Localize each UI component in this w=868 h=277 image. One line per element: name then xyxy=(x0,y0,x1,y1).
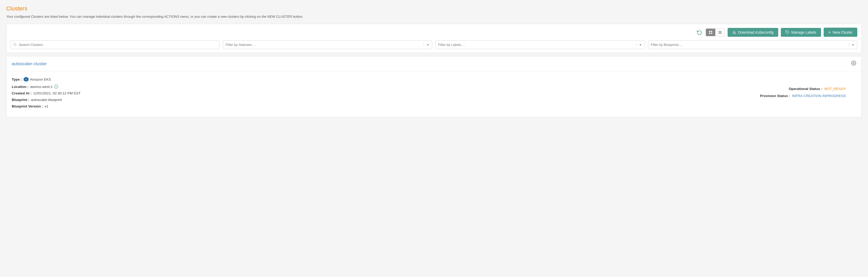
blueprint-label: Blueprint : xyxy=(12,98,30,102)
location-icon: ⓘ xyxy=(54,84,58,89)
blueprints-filter-select[interactable]: Filter by Blueprints ... xyxy=(648,41,849,49)
blueprint-version-label: Blueprint Version : xyxy=(12,104,43,108)
status-filter-select[interactable]: Filter by Statuses ... xyxy=(223,41,424,49)
provision-status-row: Provision Status : INFRA CREATION INPROG… xyxy=(760,94,846,98)
plus-icon: + xyxy=(828,30,831,34)
cluster-name: autoscaler-cluster xyxy=(12,61,47,67)
new-cluster-button[interactable]: + New Cluster xyxy=(824,28,857,37)
cluster-body: Type : K Amazon EKS Location : aws/us-we… xyxy=(6,71,862,117)
provision-status-value: INFRA CREATION INPROGRESS xyxy=(792,94,846,98)
list-icon xyxy=(718,30,722,34)
type-label: Type : xyxy=(12,77,22,81)
blueprint-value: autoscaler-blueprint xyxy=(31,98,62,102)
search-wrapper xyxy=(11,40,220,49)
new-cluster-label: New Cluster xyxy=(833,30,852,34)
gear-icon xyxy=(851,61,856,66)
tag-icon xyxy=(785,30,789,34)
location-label: Location : xyxy=(12,85,29,89)
refresh-button[interactable] xyxy=(696,29,703,36)
manage-labels-label: Manage Labels xyxy=(791,30,816,34)
labels-filter-select[interactable]: Filter by Labels ... xyxy=(436,41,636,49)
cluster-details-right: Operational Status : NOT_READY Provision… xyxy=(434,77,856,111)
svg-rect-3 xyxy=(711,33,712,34)
cluster-details-left: Type : K Amazon EKS Location : aws/us-we… xyxy=(12,77,424,111)
cluster-settings-button[interactable] xyxy=(851,61,856,67)
grid-icon xyxy=(709,30,713,34)
refresh-icon xyxy=(697,30,702,35)
svg-rect-2 xyxy=(709,33,710,34)
page-title: Clusters xyxy=(6,5,862,12)
download-kubeconfig-button[interactable]: Download Kubeconfig xyxy=(727,28,778,37)
list-view-button[interactable] xyxy=(715,29,725,36)
svg-text:K: K xyxy=(26,79,27,80)
cluster-card: autoscaler-cluster Type : K xyxy=(6,56,862,117)
type-row: Type : K Amazon EKS xyxy=(12,77,424,82)
labels-filter-dropdown: Filter by Labels ... ▼ xyxy=(435,40,645,49)
toolbar-top: Download Kubeconfig Manage Labels + New … xyxy=(11,28,857,37)
status-filter-dropdown: Filter by Statuses ... ▼ xyxy=(223,40,432,49)
blueprints-filter-dropdown: Filter by Blueprints ... ▼ xyxy=(648,40,858,49)
cluster-header: autoscaler-cluster xyxy=(6,56,862,71)
operational-status-label: Operational Status : xyxy=(789,87,822,91)
blueprint-version-value: v1 xyxy=(44,104,48,108)
created-at-value: 12/01/2021, 02:30:12 PM EST xyxy=(33,91,81,95)
status-chevron-icon[interactable]: ▼ xyxy=(424,43,432,46)
eks-icon: K xyxy=(24,77,29,82)
search-input[interactable] xyxy=(11,40,220,49)
svg-rect-1 xyxy=(711,31,712,32)
view-toggle xyxy=(706,28,725,36)
page-description: Your configured Clusters are listed belo… xyxy=(6,14,862,19)
manage-labels-button[interactable]: Manage Labels xyxy=(781,28,821,37)
created-at-row: Created At : 12/01/2021, 02:30:12 PM EST xyxy=(12,91,424,95)
labels-chevron-icon[interactable]: ▼ xyxy=(636,43,645,46)
download-label: Download Kubeconfig xyxy=(738,30,774,34)
created-at-label: Created At : xyxy=(12,91,32,95)
page-container: Clusters Your configured Clusters are li… xyxy=(0,0,868,123)
search-icon xyxy=(13,43,17,47)
svg-point-11 xyxy=(853,63,855,64)
location-value: aws/us-west-1 xyxy=(30,85,53,89)
blueprint-version-row: Blueprint Version : v1 xyxy=(12,104,424,108)
operational-status-row: Operational Status : NOT_READY xyxy=(789,87,846,91)
blueprints-chevron-icon[interactable]: ▼ xyxy=(849,43,857,46)
toolbar-section: Download Kubeconfig Manage Labels + New … xyxy=(6,24,862,53)
svg-rect-0 xyxy=(709,31,710,32)
provision-status-label: Provision Status : xyxy=(760,94,790,98)
svg-line-10 xyxy=(16,45,16,46)
location-row: Location : aws/us-west-1 ⓘ xyxy=(12,84,424,89)
download-icon xyxy=(732,30,736,34)
type-value: Amazon EKS xyxy=(30,77,51,81)
blueprint-row: Blueprint : autoscaler-blueprint xyxy=(12,98,424,102)
toolbar-filters: Filter by Statuses ... ▼ Filter by Label… xyxy=(11,40,857,49)
operational-status-value: NOT_READY xyxy=(824,87,846,91)
grid-view-button[interactable] xyxy=(706,29,715,36)
